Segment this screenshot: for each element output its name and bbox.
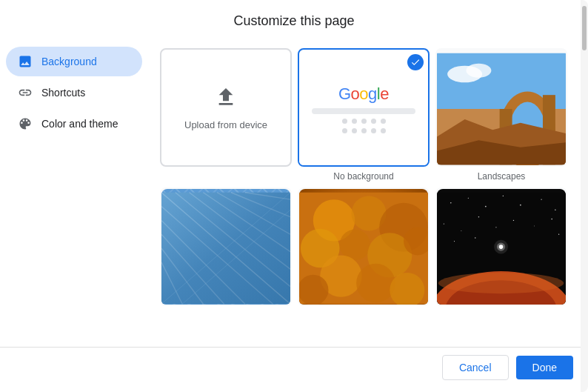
done-button[interactable]: Done — [516, 356, 573, 379]
space-svg — [437, 189, 566, 306]
svg-point-35 — [356, 264, 395, 303]
svg-point-58 — [494, 240, 508, 254]
no-background-label: No background — [333, 171, 393, 182]
landscapes-svg — [437, 50, 566, 167]
svg-point-39 — [450, 202, 452, 204]
dots-row-2 — [342, 128, 386, 133]
upload-thumbnail[interactable]: Upload from device — [160, 48, 292, 167]
no-bg-preview: Google — [299, 50, 428, 167]
svg-point-47 — [461, 230, 461, 231]
buildings-svg — [161, 189, 290, 306]
buildings-thumbnail[interactable] — [160, 187, 292, 306]
autumn-tile-item[interactable] — [298, 187, 430, 310]
svg-point-45 — [555, 210, 556, 211]
dot — [381, 128, 386, 133]
space-preview — [437, 189, 566, 306]
image-icon — [18, 54, 33, 69]
customize-dialog: Customize this page Background — [0, 0, 588, 392]
link-icon — [18, 85, 33, 100]
upload-arrow-icon — [214, 85, 238, 112]
svg-point-51 — [534, 225, 535, 226]
dot — [342, 119, 347, 124]
autumn-svg — [299, 189, 428, 306]
dot — [342, 128, 347, 133]
svg-point-53 — [454, 241, 455, 242]
svg-point-55 — [558, 234, 559, 235]
svg-point-2 — [467, 64, 492, 78]
sidebar-color-theme-label: Color and theme — [41, 118, 118, 130]
google-logo-preview: Google — [338, 84, 389, 104]
svg-point-49 — [495, 227, 496, 227]
autumn-thumbnail[interactable] — [298, 187, 430, 306]
svg-rect-25 — [161, 193, 290, 304]
dot — [361, 119, 367, 124]
dot — [352, 128, 357, 133]
dots-row-1 — [342, 119, 386, 124]
upload-label: Upload from device — [184, 119, 267, 130]
dot — [371, 119, 376, 124]
no-background-tile-item[interactable]: Google — [298, 48, 430, 182]
search-bar-mock — [312, 108, 415, 114]
svg-point-42 — [503, 196, 504, 196]
svg-point-40 — [468, 198, 469, 199]
svg-point-37 — [299, 275, 329, 305]
palette-icon — [18, 116, 33, 131]
autumn-preview — [299, 189, 428, 306]
dot — [381, 119, 386, 124]
svg-point-48 — [478, 216, 480, 218]
scrollbar[interactable] — [581, 39, 588, 347]
dot — [361, 128, 367, 133]
sidebar-item-color-theme[interactable]: Color and theme — [6, 109, 142, 139]
landscapes-label: Landscapes — [478, 171, 526, 182]
svg-point-46 — [444, 223, 444, 224]
dialog-title: Customize this page — [0, 0, 588, 39]
svg-point-54 — [475, 237, 476, 239]
svg-point-43 — [520, 205, 521, 206]
space-thumbnail[interactable] — [435, 187, 567, 306]
dot — [371, 128, 376, 133]
sidebar-shortcuts-label: Shortcuts — [41, 87, 85, 99]
dialog-body: Background Shortcuts Color and theme — [0, 39, 588, 347]
svg-point-36 — [390, 273, 424, 306]
scrollbar-thumb[interactable] — [582, 39, 587, 50]
cancel-button[interactable]: Cancel — [442, 355, 509, 380]
buildings-tile-item[interactable] — [160, 187, 292, 310]
svg-point-61 — [438, 273, 564, 293]
sidebar-item-background[interactable]: Background — [6, 47, 142, 76]
upload-tile-item[interactable]: Upload from device — [160, 48, 292, 182]
dot — [352, 119, 357, 124]
background-grid: Upload from device — [160, 48, 576, 310]
space-tile-item[interactable] — [435, 187, 567, 310]
sidebar: Background Shortcuts Color and theme — [0, 39, 148, 347]
sidebar-item-shortcuts[interactable]: Shortcuts — [6, 78, 142, 107]
svg-point-41 — [485, 206, 487, 207]
sidebar-background-label: Background — [41, 56, 97, 67]
svg-point-50 — [513, 220, 514, 221]
landscapes-thumbnail[interactable] — [435, 48, 567, 167]
svg-point-52 — [551, 219, 552, 220]
selected-checkmark — [407, 54, 424, 70]
svg-point-44 — [541, 199, 542, 200]
landscapes-tile-item[interactable]: Landscapes — [435, 48, 567, 182]
main-content: Upload from device — [148, 39, 588, 347]
buildings-preview — [161, 189, 290, 306]
no-background-thumbnail[interactable]: Google — [298, 48, 430, 167]
dialog-footer: Cancel Done — [0, 347, 588, 392]
